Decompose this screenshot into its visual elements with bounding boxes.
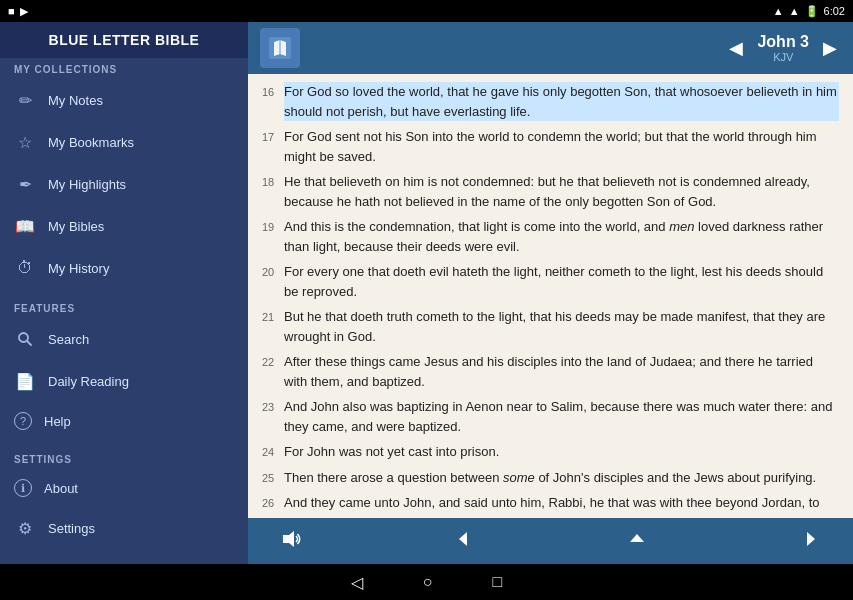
table-row[interactable]: 23And John also was baptizing in Aenon n… <box>262 397 839 436</box>
verse-text: He that believeth on him is not condemne… <box>284 172 839 211</box>
bible-text[interactable]: 16For God so loved the world, that he ga… <box>248 74 853 518</box>
svg-marker-7 <box>807 532 815 546</box>
verse-text: And John also was baptizing in Aenon nea… <box>284 397 839 436</box>
app-title: BLUE LETTER BIBLE <box>0 22 248 58</box>
svg-marker-5 <box>459 532 467 546</box>
forward-button[interactable] <box>787 524 833 559</box>
next-chapter-button[interactable]: ▶ <box>819 33 841 63</box>
verse-number: 21 <box>262 307 284 346</box>
verse-text: And they came unto John, and said unto h… <box>284 493 839 518</box>
verse-number: 24 <box>262 442 284 462</box>
signal-icon: ▲ <box>773 5 784 17</box>
verse-number: 17 <box>262 127 284 166</box>
bookmarks-icon: ☆ <box>14 131 36 153</box>
chapter-info: John 3 KJV <box>757 33 809 63</box>
status-bar: ■ ▶ ▲ ▲ 🔋 6:02 <box>0 0 853 22</box>
help-icon: ? <box>14 412 32 430</box>
features-label: FEATURES <box>0 297 248 318</box>
svg-marker-6 <box>630 534 644 542</box>
verse-text: And this is the condemnation, that light… <box>284 217 839 256</box>
sidebar-item-help[interactable]: ? Help <box>0 402 248 440</box>
home-nav-button[interactable]: ○ <box>423 573 433 591</box>
sidebar: BLUE LETTER BIBLE MY COLLECTIONS ✏ My No… <box>0 22 248 564</box>
notes-icon: ✏ <box>14 89 36 111</box>
sidebar-item-about[interactable]: ℹ About <box>0 469 248 507</box>
verse-number: 20 <box>262 262 284 301</box>
prev-chapter-button[interactable]: ◀ <box>725 33 747 63</box>
back-button[interactable] <box>441 524 487 559</box>
book-logo <box>260 28 300 68</box>
sidebar-bookmarks-label: My Bookmarks <box>48 135 134 150</box>
sidebar-item-history[interactable]: ⏱ My History <box>0 247 248 289</box>
bibles-icon: 📖 <box>14 215 36 237</box>
chapter-nav: ◀ John 3 KJV ▶ <box>725 33 841 63</box>
verse-number: 16 <box>262 82 284 121</box>
verse-number: 19 <box>262 217 284 256</box>
verse-text: For every one that doeth evil hateth the… <box>284 262 839 301</box>
table-row[interactable]: 17For God sent not his Son into the worl… <box>262 127 839 166</box>
sidebar-bibles-label: My Bibles <box>48 219 104 234</box>
top-bar: ◀ John 3 KJV ▶ <box>248 22 853 74</box>
table-row[interactable]: 25Then there arose a question between so… <box>262 468 839 488</box>
verse-text: Then there arose a question between some… <box>284 468 839 488</box>
up-button[interactable] <box>614 524 660 559</box>
collections-label: MY COLLECTIONS <box>0 58 248 79</box>
verse-text: For John was not yet cast into prison. <box>284 442 839 462</box>
verse-number: 18 <box>262 172 284 211</box>
main-layout: BLUE LETTER BIBLE MY COLLECTIONS ✏ My No… <box>0 22 853 564</box>
history-icon: ⏱ <box>14 257 36 279</box>
daily-reading-icon: 📄 <box>14 370 36 392</box>
table-row[interactable]: 22After these things came Jesus and his … <box>262 352 839 391</box>
svg-marker-4 <box>283 531 294 547</box>
back-nav-button[interactable]: ◁ <box>351 573 363 592</box>
about-icon: ℹ <box>14 479 32 497</box>
battery-icon: 🔋 <box>805 5 819 18</box>
content-area: ◀ John 3 KJV ▶ 16For God so loved the wo… <box>248 22 853 564</box>
speaker-button[interactable] <box>268 524 314 559</box>
verse-number: 23 <box>262 397 284 436</box>
sidebar-help-label: Help <box>44 414 71 429</box>
sidebar-item-bookmarks[interactable]: ☆ My Bookmarks <box>0 121 248 163</box>
wifi-icon: ▲ <box>789 5 800 17</box>
sidebar-item-bibles[interactable]: 📖 My Bibles <box>0 205 248 247</box>
status-right: ▲ ▲ 🔋 6:02 <box>773 5 845 18</box>
recents-nav-button[interactable]: □ <box>493 573 503 591</box>
verse-text: For God sent not his Son into the world … <box>284 127 839 166</box>
table-row[interactable]: 26And they came unto John, and said unto… <box>262 493 839 518</box>
bottom-bar <box>248 518 853 564</box>
chapter-title: John 3 <box>757 33 809 51</box>
sidebar-settings-label: Settings <box>48 521 95 536</box>
sidebar-item-backup[interactable]: ↻ Backup/Restore <box>0 549 248 564</box>
verse-text: But he that doeth truth cometh to the li… <box>284 307 839 346</box>
settings-icon: ⚙ <box>14 517 36 539</box>
sidebar-highlights-label: My Highlights <box>48 177 126 192</box>
table-row[interactable]: 18He that believeth on him is not condem… <box>262 172 839 211</box>
verse-text: For God so loved the world, that he gave… <box>284 82 839 121</box>
app-icon-1: ■ <box>8 5 15 17</box>
table-row[interactable]: 21But he that doeth truth cometh to the … <box>262 307 839 346</box>
sidebar-item-search[interactable]: Search <box>0 318 248 360</box>
settings-label: SETTINGS <box>0 448 248 469</box>
table-row[interactable]: 19And this is the condemnation, that lig… <box>262 217 839 256</box>
sidebar-notes-label: My Notes <box>48 93 103 108</box>
verse-number: 22 <box>262 352 284 391</box>
highlights-icon: ✒ <box>14 173 36 195</box>
search-icon <box>14 328 36 350</box>
sidebar-item-settings[interactable]: ⚙ Settings <box>0 507 248 549</box>
svg-line-1 <box>27 341 31 345</box>
sidebar-search-label: Search <box>48 332 89 347</box>
sidebar-history-label: My History <box>48 261 109 276</box>
app-icon-2: ▶ <box>20 5 28 18</box>
verse-number: 25 <box>262 468 284 488</box>
sidebar-item-notes[interactable]: ✏ My Notes <box>0 79 248 121</box>
sidebar-item-daily-reading[interactable]: 📄 Daily Reading <box>0 360 248 402</box>
sidebar-daily-reading-label: Daily Reading <box>48 374 129 389</box>
sidebar-about-label: About <box>44 481 78 496</box>
table-row[interactable]: 20For every one that doeth evil hateth t… <box>262 262 839 301</box>
verse-text: After these things came Jesus and his di… <box>284 352 839 391</box>
system-nav-bar: ◁ ○ □ <box>0 564 853 600</box>
sidebar-item-highlights[interactable]: ✒ My Highlights <box>0 163 248 205</box>
status-left: ■ ▶ <box>8 5 28 18</box>
table-row[interactable]: 16For God so loved the world, that he ga… <box>262 82 839 121</box>
table-row[interactable]: 24For John was not yet cast into prison. <box>262 442 839 462</box>
